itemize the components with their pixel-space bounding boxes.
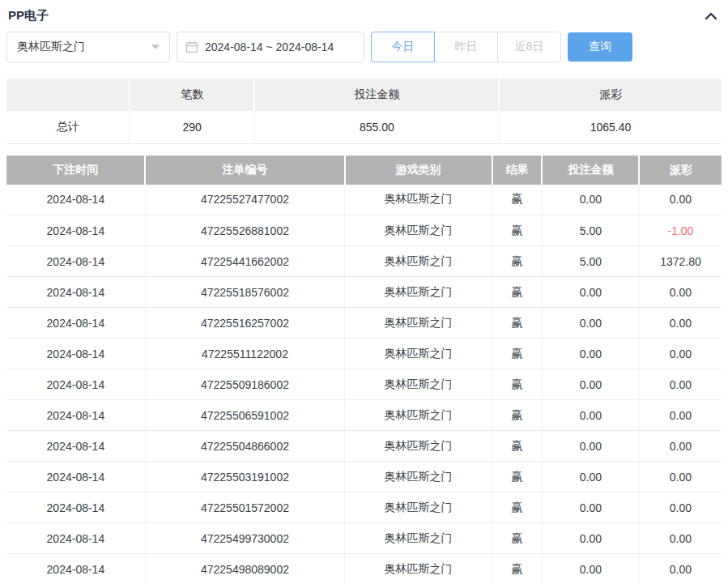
bet-amount-cell: 0.00 (542, 339, 639, 369)
summary-header-bet-amount: 投注金额 (254, 79, 499, 111)
bet-amount-cell: 0.00 (542, 369, 639, 400)
result-cell: 赢 (492, 369, 543, 400)
chevron-down-icon (151, 45, 160, 49)
bet-time-cell: 2024-08-14 (6, 339, 145, 369)
summary-header-count: 笔数 (130, 79, 255, 111)
today-button[interactable]: 今日 (371, 32, 435, 62)
game-type-cell: 奥林匹斯之门 (345, 246, 492, 277)
game-type-cell: 奥林匹斯之门 (345, 462, 492, 492)
panel-header: PP电子 (6, 0, 722, 24)
bet-records-table: 下注时间 注单编号 游戏类别 结果 投注金额 派彩 2024-08-144722… (6, 156, 722, 584)
summary-header-row: 笔数 投注金额 派彩 (6, 79, 722, 111)
bet-amount-cell: 0.00 (542, 431, 639, 462)
payout-cell: 0.00 (639, 308, 722, 339)
bet-id-cell: 47225504866002 (145, 431, 344, 462)
result-cell: 赢 (492, 215, 543, 246)
bet-time-cell: 2024-08-14 (6, 246, 145, 277)
payout-cell: 0.00 (639, 554, 722, 584)
bet-id-cell: 47225511122002 (145, 339, 344, 369)
payout-cell: 0.00 (639, 462, 722, 492)
game-type-cell: 奥林匹斯之门 (345, 492, 492, 523)
table-row: 2024-08-1447225527477002奥林匹斯之门赢0.000.00 (6, 185, 722, 215)
summary-total-row: 总计 290 855.00 1065.40 (6, 111, 722, 143)
bet-amount-cell: 5.00 (542, 246, 639, 277)
date-range-input[interactable]: 2024-08-14 ~ 2024-08-14 (177, 32, 364, 62)
game-type-cell: 奥林匹斯之门 (345, 339, 492, 369)
table-row: 2024-08-1447225501572002奥林匹斯之门赢0.000.00 (6, 492, 722, 523)
payout-cell: 0.00 (639, 492, 722, 523)
bet-table-body: 2024-08-1447225527477002奥林匹斯之门赢0.000.002… (6, 185, 722, 584)
bet-id-cell: 47225527477002 (145, 185, 344, 215)
game-type-cell: 奥林匹斯之门 (345, 277, 492, 308)
game-type-cell: 奥林匹斯之门 (345, 369, 492, 400)
payout-cell: -1.00 (639, 215, 722, 246)
result-cell: 赢 (492, 277, 543, 308)
summary-total-payout: 1065.40 (499, 111, 722, 143)
table-row: 2024-08-1447225506591002奥林匹斯之门赢0.000.00 (6, 400, 722, 431)
date-range-value: 2024-08-14 ~ 2024-08-14 (205, 40, 334, 53)
bet-time-cell: 2024-08-14 (6, 431, 145, 462)
header-payout: 派彩 (639, 156, 722, 185)
table-row: 2024-08-1447225511122002奥林匹斯之门赢0.000.00 (6, 339, 722, 369)
table-row: 2024-08-1447225498089002奥林匹斯之门赢0.000.00 (6, 554, 722, 584)
header-bet-amount: 投注金额 (542, 156, 639, 185)
result-cell: 赢 (492, 554, 543, 584)
bet-amount-cell: 0.00 (542, 185, 639, 215)
game-type-cell: 奥林匹斯之门 (345, 215, 492, 246)
bet-time-cell: 2024-08-14 (6, 400, 145, 431)
bet-time-cell: 2024-08-14 (6, 523, 145, 554)
bet-amount-cell: 0.00 (542, 462, 639, 492)
game-type-cell: 奥林匹斯之门 (345, 431, 492, 462)
table-row: 2024-08-1447225499730002奥林匹斯之门赢0.000.00 (6, 523, 722, 554)
filter-bar: 奥林匹斯之门 2024-08-14 ~ 2024-08-14 今日 昨日 近8日… (6, 32, 722, 62)
bet-time-cell: 2024-08-14 (6, 462, 145, 492)
query-button[interactable]: 查询 (568, 32, 632, 62)
payout-cell: 1372.80 (639, 246, 722, 277)
result-cell: 赢 (492, 492, 543, 523)
bet-amount-cell: 0.00 (542, 523, 639, 554)
collapse-button[interactable] (702, 7, 720, 25)
result-cell: 赢 (492, 308, 543, 339)
bet-id-cell: 47225499730002 (145, 523, 344, 554)
summary-total-bet-amount: 855.00 (254, 111, 499, 143)
bet-amount-cell: 0.00 (542, 400, 639, 431)
bet-id-cell: 47225506591002 (145, 400, 344, 431)
bet-time-cell: 2024-08-14 (6, 369, 145, 400)
game-type-cell: 奥林匹斯之门 (345, 554, 492, 584)
summary-header-empty (6, 79, 130, 111)
bet-id-cell: 47225503191002 (145, 462, 344, 492)
result-cell: 赢 (492, 185, 543, 215)
bet-time-cell: 2024-08-14 (6, 554, 145, 584)
table-row: 2024-08-1447225441662002奥林匹斯之门赢5.001372.… (6, 246, 722, 277)
game-select[interactable]: 奥林匹斯之门 (6, 32, 170, 62)
header-bet-time: 下注时间 (6, 156, 145, 185)
header-game-type: 游戏类别 (345, 156, 492, 185)
bet-time-cell: 2024-08-14 (6, 492, 145, 523)
result-cell: 赢 (492, 431, 543, 462)
bet-amount-cell: 0.00 (542, 492, 639, 523)
game-select-value: 奥林匹斯之门 (17, 40, 85, 54)
header-result: 结果 (492, 156, 543, 185)
table-row: 2024-08-1447225503191002奥林匹斯之门赢0.000.00 (6, 462, 722, 492)
bet-id-cell: 47225441662002 (145, 246, 344, 277)
last-8-days-button[interactable]: 近8日 (497, 32, 561, 62)
bet-id-cell: 47225526881002 (145, 215, 344, 246)
summary-total-label: 总计 (6, 111, 130, 143)
header-bet-id: 注单编号 (145, 156, 344, 185)
summary-table: 笔数 投注金额 派彩 总计 290 855.00 1065.40 (6, 79, 722, 144)
result-cell: 赢 (492, 246, 543, 277)
game-type-cell: 奥林匹斯之门 (345, 185, 492, 215)
quick-date-button-group: 今日 昨日 近8日 (371, 32, 561, 62)
result-cell: 赢 (492, 339, 543, 369)
game-type-cell: 奥林匹斯之门 (345, 308, 492, 339)
game-type-cell: 奥林匹斯之门 (345, 523, 492, 554)
summary-header-payout: 派彩 (499, 79, 722, 111)
game-type-cell: 奥林匹斯之门 (345, 400, 492, 431)
yesterday-button[interactable]: 昨日 (434, 32, 498, 62)
summary-total-count: 290 (130, 111, 255, 143)
page-title: PP电子 (8, 8, 49, 23)
bet-table-header-row: 下注时间 注单编号 游戏类别 结果 投注金额 派彩 (6, 156, 722, 185)
bet-amount-cell: 5.00 (542, 215, 639, 246)
bet-time-cell: 2024-08-14 (6, 277, 145, 308)
bet-id-cell: 47225509186002 (145, 369, 344, 400)
